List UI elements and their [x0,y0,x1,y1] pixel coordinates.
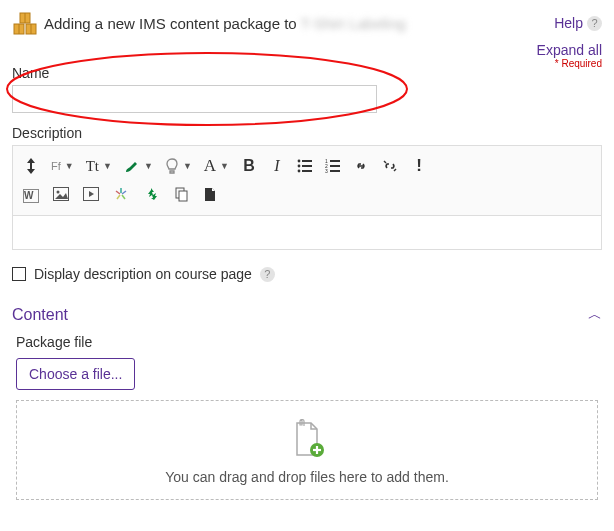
svg-point-7 [298,160,301,163]
svg-line-25 [116,191,120,194]
word-paste-button[interactable]: W [23,189,39,203]
svg-text:3: 3 [325,168,328,173]
bold-button[interactable]: B [241,156,257,176]
svg-line-28 [122,195,125,199]
number-list-button[interactable]: 123 [325,156,341,176]
svg-point-9 [298,165,301,168]
svg-line-20 [394,169,396,171]
choose-file-button[interactable]: Choose a file... [16,358,135,390]
svg-point-11 [298,170,301,173]
italic-button[interactable]: I [269,156,285,176]
expand-all-link[interactable]: Expand all [537,42,602,58]
text-color-button[interactable]: A▼ [204,156,229,176]
dropzone-text: You can drag and drop files here to add … [27,469,587,485]
bullet-list-button[interactable] [297,156,313,176]
svg-rect-16 [330,165,340,167]
display-description-checkbox[interactable] [12,267,26,281]
help-icon[interactable]: ? [260,267,275,282]
display-description-label: Display description on course page [34,266,252,282]
svg-rect-18 [330,170,340,172]
help-icon: ? [587,16,602,31]
svg-rect-14 [330,160,340,162]
svg-point-22 [57,191,60,194]
link-button[interactable] [353,156,369,176]
brush-color-button[interactable]: ▼ [124,156,153,176]
description-input[interactable] [13,215,601,249]
paste-button[interactable] [203,186,217,205]
media-button[interactable] [83,187,99,204]
svg-line-19 [384,161,386,163]
description-label: Description [12,125,602,141]
name-label: Name [12,65,602,81]
package-file-label: Package file [16,334,602,350]
chevron-up-icon: ︿ [588,306,602,324]
info-button[interactable]: ! [411,156,427,176]
ims-package-icon [12,10,38,36]
highlight-button[interactable]: ▼ [165,156,192,176]
file-dropzone[interactable]: You can drag and drop files here to add … [16,400,598,500]
name-input[interactable] [12,85,377,113]
content-section-toggle[interactable]: Content ︿ [12,306,602,324]
editor-expand-icon[interactable] [23,156,39,176]
help-link[interactable]: Help ? [554,15,602,31]
rich-text-editor: Ff▼ Tt▼ ▼ ▼ A▼ B I 123 ! W [12,145,602,250]
svg-line-26 [122,191,126,194]
image-button[interactable] [53,187,69,204]
page-title: Adding a new IMS content package to T-Sh… [44,15,406,32]
copy-button[interactable] [173,186,189,205]
font-family-button[interactable]: Ff▼ [51,156,74,176]
unlink-button[interactable] [381,156,399,176]
svg-rect-12 [302,170,312,172]
svg-line-27 [117,195,120,199]
svg-rect-10 [302,165,312,167]
file-drop-icon [27,419,587,459]
recycle-button[interactable] [143,186,159,205]
accessibility-button[interactable] [113,186,129,205]
font-size-button[interactable]: Tt▼ [86,156,112,176]
svg-rect-8 [302,160,312,162]
svg-rect-30 [179,191,187,201]
